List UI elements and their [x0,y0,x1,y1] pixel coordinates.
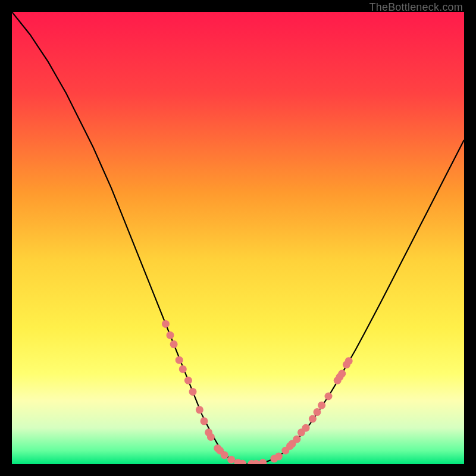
chart-frame: TheBottleneck.com [0,0,476,476]
data-point [227,456,235,464]
data-point [162,320,170,328]
data-point [221,451,228,459]
data-point [345,357,353,365]
data-point [302,424,310,432]
data-point [314,408,321,416]
gradient-background [12,12,464,464]
data-point [207,433,215,441]
data-point [176,356,183,364]
data-point [170,340,178,348]
data-point [167,331,174,339]
data-point [196,406,203,414]
data-point [275,453,283,461]
data-point [309,415,317,423]
data-point [318,402,325,409]
chart-svg [12,12,464,464]
data-point [184,377,192,384]
data-point [293,436,300,443]
data-point [338,370,346,378]
data-point [201,417,208,425]
plot-area [12,12,464,464]
data-point [179,365,187,373]
data-point [325,393,333,400]
data-point [189,388,197,396]
